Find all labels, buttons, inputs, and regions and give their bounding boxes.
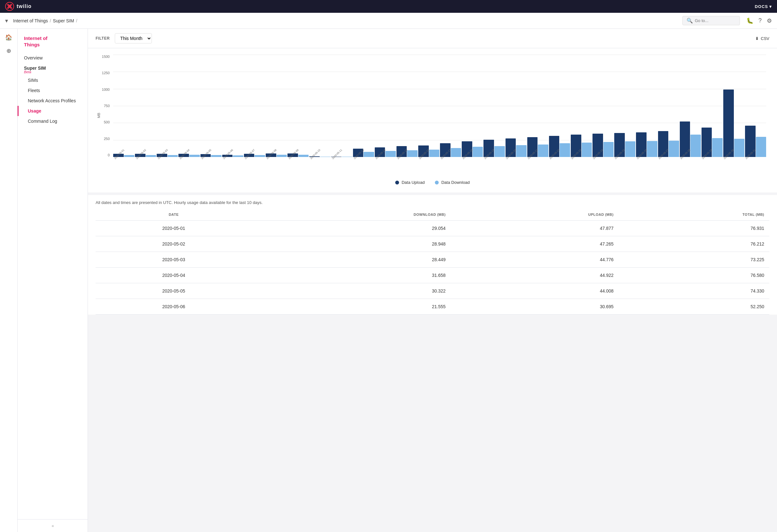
sidebar-item-command-log[interactable]: Command Log	[18, 116, 88, 126]
breadcrumb-iot[interactable]: Internet of Things	[13, 18, 48, 23]
cell-date: 2020-05-01	[96, 221, 252, 236]
settings-icon[interactable]: ⚙	[767, 17, 772, 24]
chart-plot-area	[113, 55, 766, 157]
legend-download-label: Data Download	[441, 180, 470, 185]
cell-upload: 47.265	[451, 236, 619, 252]
chevron-down-icon: ▾	[769, 4, 772, 9]
bar-group	[397, 55, 418, 157]
legend-upload-label: Data Upload	[402, 180, 425, 185]
sidebar-wide: Internet ofThings Overview Super SIM Bet…	[18, 29, 88, 532]
bar-download	[189, 155, 200, 157]
twilio-logo[interactable]: twilio	[5, 2, 32, 11]
legend-download: Data Download	[435, 180, 470, 185]
sidebar-collapse-button[interactable]: «	[18, 519, 88, 532]
breadcrumb-icons: 🐛 ? ⚙	[746, 17, 772, 24]
bar-group	[179, 55, 200, 157]
apps-icon[interactable]: ⊕	[6, 47, 11, 55]
svg-point-3	[11, 4, 12, 6]
svg-point-2	[7, 4, 9, 6]
bar-download	[385, 151, 396, 157]
bar-group	[614, 55, 635, 157]
cell-upload: 44.776	[451, 252, 619, 268]
bar-group	[462, 55, 483, 157]
legend-upload: Data Upload	[395, 180, 425, 185]
cell-total: 52.250	[619, 299, 769, 315]
bar-group	[701, 55, 723, 157]
table-body: 2020-05-01 29.054 47.877 76.931 2020-05-…	[96, 221, 769, 315]
bar-upload	[723, 90, 734, 157]
breadcrumb: Internet of Things / Super SIM /	[13, 18, 680, 23]
table-row: 2020-05-05 30.322 44.008 74.330	[96, 283, 769, 299]
bar-group	[658, 55, 679, 157]
col-date: DATE	[96, 209, 252, 221]
bar-group	[680, 55, 701, 157]
y-label-1250: 1250	[102, 71, 110, 75]
bar-group	[636, 55, 657, 157]
cell-upload: 30.695	[451, 299, 619, 315]
search-icon: 🔍	[686, 18, 693, 24]
sidebar-item-fleets[interactable]: Fleets	[18, 85, 88, 96]
bar-group	[244, 55, 265, 157]
cell-date: 2020-05-04	[96, 268, 252, 283]
bar-group	[440, 55, 461, 157]
svg-point-4	[7, 7, 9, 9]
cell-download: 28.449	[252, 252, 451, 268]
cell-date: 2020-05-05	[96, 283, 252, 299]
search-input[interactable]	[695, 18, 736, 23]
y-label-250: 250	[104, 137, 110, 141]
data-table: DATE DOWNLOAD (MB) UPLOAD (MB) TOTAL (MB…	[96, 209, 769, 315]
cell-download: 28.948	[252, 236, 451, 252]
bar-download	[407, 150, 418, 157]
col-download: DOWNLOAD (MB)	[252, 209, 451, 221]
bar-group	[309, 55, 330, 157]
data-note: All dates and times are presented in UTC…	[96, 195, 769, 209]
filter-select[interactable]: This Month	[115, 33, 152, 43]
bar-group	[592, 55, 614, 157]
help-icon[interactable]: ?	[759, 17, 762, 24]
nav-toggle-button[interactable]: ▾	[5, 17, 8, 24]
sidebar-item-sims[interactable]: SIMs	[18, 75, 88, 85]
bar-group	[418, 55, 439, 157]
legend-upload-dot	[395, 181, 399, 185]
cell-total: 74.330	[619, 283, 769, 299]
breadcrumb-sep-2: /	[76, 18, 77, 23]
nav-right: DOCS ▾	[755, 4, 772, 9]
home-icon[interactable]: 🏠	[5, 34, 12, 41]
col-upload: UPLOAD (MB)	[451, 209, 619, 221]
breadcrumb-supersim[interactable]: Super SIM	[53, 18, 74, 23]
bar-group	[353, 55, 374, 157]
cell-date: 2020-05-03	[96, 252, 252, 268]
twilio-wordmark: twilio	[17, 4, 32, 9]
bar-group	[375, 55, 396, 157]
docs-button[interactable]: DOCS ▾	[755, 4, 772, 9]
bug-icon[interactable]: 🐛	[746, 17, 753, 24]
bars-container	[113, 55, 766, 157]
table-row: 2020-05-02 28.948 47.265 76.212	[96, 236, 769, 252]
download-icon: ⬇	[755, 36, 759, 41]
chart-legend: Data Upload Data Download	[96, 179, 769, 185]
top-navigation: twilio DOCS ▾	[0, 0, 777, 13]
filter-bar: FILTER This Month ⬇ CSV	[88, 29, 777, 48]
sidebar-item-network-access-profiles[interactable]: Network Access Profiles	[18, 96, 88, 106]
bar-group	[745, 55, 766, 157]
bar-group	[527, 55, 548, 157]
svg-point-5	[11, 7, 12, 9]
bar-group	[331, 55, 352, 157]
content-area: FILTER This Month ⬇ CSV 1500 1250 1000 7…	[88, 29, 777, 532]
breadcrumb-sep-1: /	[50, 18, 51, 23]
y-axis: 1500 1250 1000 750 500 250 0	[96, 55, 112, 157]
cell-total: 76.212	[619, 236, 769, 252]
search-box[interactable]: 🔍	[682, 16, 740, 25]
cell-total: 76.931	[619, 221, 769, 236]
bar-group	[483, 55, 505, 157]
cell-download: 29.054	[252, 221, 451, 236]
sidebar-item-overview[interactable]: Overview	[18, 53, 88, 63]
bar-group	[113, 55, 134, 157]
cell-date: 2020-05-06	[96, 299, 252, 315]
csv-download-button[interactable]: ⬇ CSV	[755, 36, 769, 41]
bar-download	[429, 149, 440, 157]
bar-group	[201, 55, 222, 157]
chart-section: 1500 1250 1000 750 500 250 0 MB	[88, 48, 777, 193]
sidebar-item-usage[interactable]: Usage	[18, 106, 88, 116]
x-axis: 2020-05-012020-05-022020-05-032020-05-04…	[113, 157, 766, 176]
